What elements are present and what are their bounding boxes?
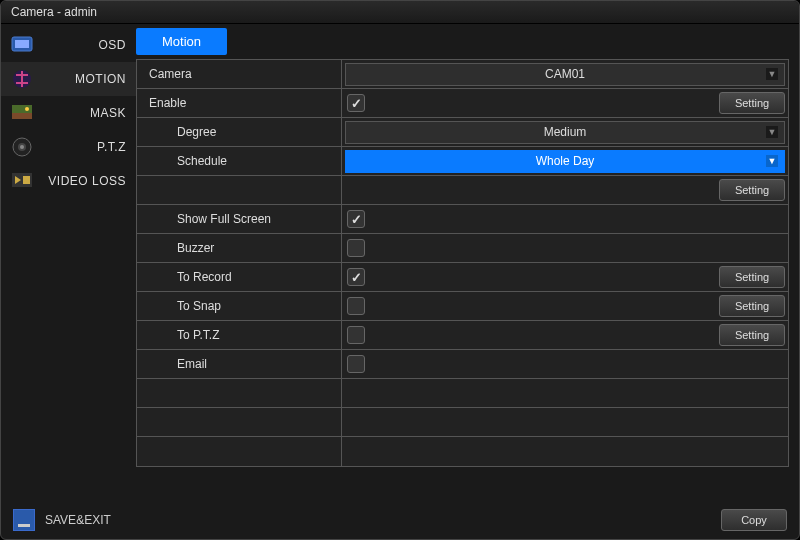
- row-schedule: Schedule Whole Day ▼: [137, 147, 788, 176]
- degree-dropdown[interactable]: Medium ▼: [345, 121, 785, 144]
- camera-dropdown[interactable]: CAM01 ▼: [345, 63, 785, 86]
- toptz-label: To P.T.Z: [137, 321, 342, 349]
- tab-motion[interactable]: Motion: [136, 28, 227, 55]
- sidebar-item-label: MOTION: [41, 72, 126, 86]
- sidebar: OSD MOTION MASK P.T.Z VIDEO LOSS: [1, 24, 136, 501]
- schedule-value: Whole Day: [536, 154, 595, 168]
- tabs: Motion: [136, 28, 789, 55]
- record-checkbox[interactable]: [347, 268, 365, 286]
- sidebar-item-label: MASK: [41, 106, 126, 120]
- sidebar-item-motion[interactable]: MOTION: [1, 62, 136, 96]
- schedule-label: Schedule: [137, 147, 342, 175]
- svg-rect-10: [23, 176, 30, 184]
- ptz-checkbox[interactable]: [347, 326, 365, 344]
- enable-setting-button[interactable]: Setting: [719, 92, 785, 114]
- snap-label: To Snap: [137, 292, 342, 320]
- chevron-down-icon: ▼: [766, 68, 778, 80]
- row-showfs: Show Full Screen: [137, 205, 788, 234]
- row-ptz: To P.T.Z Setting: [137, 321, 788, 350]
- window-title: Camera - admin: [11, 5, 97, 19]
- snap-setting-button[interactable]: Setting: [719, 295, 785, 317]
- row-schedule-setting: Setting: [137, 176, 788, 205]
- mask-icon: [11, 102, 33, 124]
- sidebar-item-mask[interactable]: MASK: [1, 96, 136, 130]
- email-label: Email: [137, 350, 342, 378]
- svg-point-5: [25, 107, 29, 111]
- settings-grid: Camera CAM01 ▼ Enable Setting: [136, 59, 789, 467]
- svg-rect-1: [15, 40, 29, 48]
- ptz-icon: [11, 136, 33, 158]
- degree-label: Degree: [137, 118, 342, 146]
- svg-point-8: [20, 145, 24, 149]
- camera-label: Camera: [137, 60, 342, 88]
- row-empty: [137, 408, 788, 437]
- osd-icon: [11, 34, 33, 56]
- row-buzzer: Buzzer: [137, 234, 788, 263]
- buzzer-label: Buzzer: [137, 234, 342, 262]
- record-setting-button[interactable]: Setting: [719, 266, 785, 288]
- window: Camera - admin OSD MOTION MASK P.T.Z VID…: [0, 0, 800, 540]
- row-degree: Degree Medium ▼: [137, 118, 788, 147]
- main: Motion Camera CAM01 ▼ Enable: [136, 24, 799, 501]
- row-snap: To Snap Setting: [137, 292, 788, 321]
- sidebar-item-osd[interactable]: OSD: [1, 28, 136, 62]
- save-icon[interactable]: [13, 509, 35, 531]
- sidebar-item-label: P.T.Z: [41, 140, 126, 154]
- row-email: Email: [137, 350, 788, 379]
- svg-rect-4: [12, 113, 32, 119]
- row-empty: [137, 437, 788, 466]
- degree-value: Medium: [544, 125, 587, 139]
- footer: SAVE&EXIT Copy: [1, 501, 799, 539]
- sidebar-item-label: OSD: [41, 38, 126, 52]
- sidebar-item-videoloss[interactable]: VIDEO LOSS: [1, 164, 136, 198]
- row-enable: Enable Setting: [137, 89, 788, 118]
- motion-icon: [11, 68, 33, 90]
- videoloss-icon: [11, 170, 33, 192]
- showfs-checkbox[interactable]: [347, 210, 365, 228]
- chevron-down-icon: ▼: [766, 126, 778, 138]
- buzzer-checkbox[interactable]: [347, 239, 365, 257]
- sidebar-item-label: VIDEO LOSS: [41, 174, 126, 188]
- titlebar: Camera - admin: [1, 1, 799, 24]
- save-exit-button[interactable]: SAVE&EXIT: [45, 513, 111, 527]
- copy-button[interactable]: Copy: [721, 509, 787, 531]
- snap-checkbox[interactable]: [347, 297, 365, 315]
- row-record: To Record Setting: [137, 263, 788, 292]
- schedule-setting-button[interactable]: Setting: [719, 179, 785, 201]
- ptz-setting-button[interactable]: Setting: [719, 324, 785, 346]
- showfs-label: Show Full Screen: [137, 205, 342, 233]
- row-empty: [137, 379, 788, 408]
- row-camera: Camera CAM01 ▼: [137, 60, 788, 89]
- schedule-dropdown[interactable]: Whole Day ▼: [345, 150, 785, 173]
- email-checkbox[interactable]: [347, 355, 365, 373]
- record-label: To Record: [137, 263, 342, 291]
- enable-checkbox[interactable]: [347, 94, 365, 112]
- sidebar-item-ptz[interactable]: P.T.Z: [1, 130, 136, 164]
- body: OSD MOTION MASK P.T.Z VIDEO LOSS Motion: [1, 24, 799, 501]
- enable-label: Enable: [137, 89, 342, 117]
- camera-value: CAM01: [545, 67, 585, 81]
- chevron-down-icon: ▼: [766, 155, 778, 167]
